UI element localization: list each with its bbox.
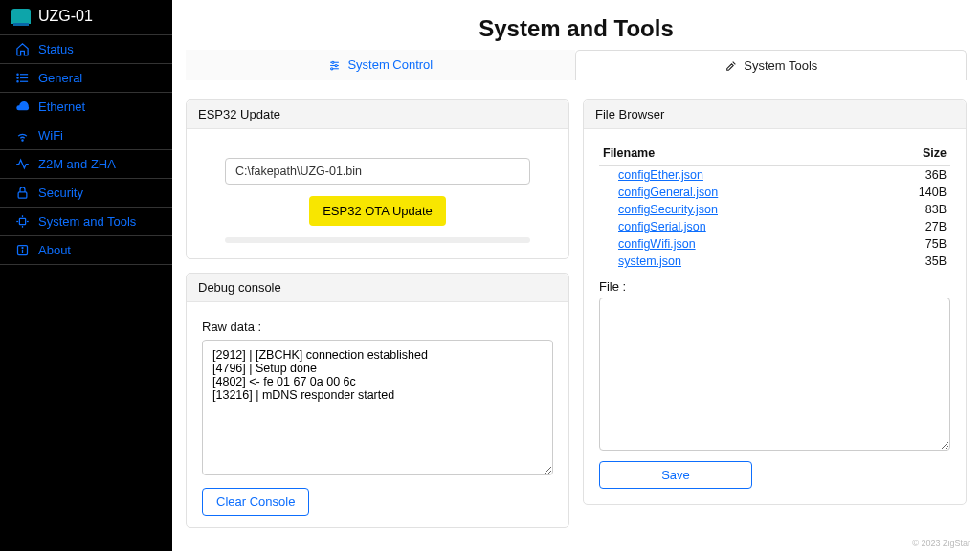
- cloud-icon: [13, 99, 31, 114]
- pulse-icon: [13, 157, 31, 171]
- svg-point-4: [16, 77, 17, 78]
- lock-icon: [13, 186, 31, 200]
- svg-point-15: [22, 248, 23, 249]
- sidebar-item-z2m-zha[interactable]: Z2M and ZHA: [0, 150, 172, 179]
- file-path-input[interactable]: [225, 158, 530, 185]
- file-table: Filename Size configEther.json36BconfigG…: [599, 141, 950, 270]
- tab-label: System Control: [347, 57, 433, 72]
- file-link[interactable]: configWifi.json: [618, 237, 696, 251]
- svg-rect-7: [18, 192, 27, 198]
- main: System and Tools System Control System T…: [172, 0, 980, 551]
- save-button[interactable]: Save: [599, 461, 752, 489]
- file-size: 83B: [879, 201, 950, 218]
- svg-point-20: [335, 64, 337, 66]
- sidebar-item-about[interactable]: About: [0, 236, 172, 265]
- file-link[interactable]: configGeneral.json: [618, 186, 718, 199]
- file-size: 27B: [879, 218, 950, 235]
- content: ESP32 Update ESP32 OTA Update Debug cons…: [172, 80, 980, 528]
- file-link[interactable]: configEther.json: [618, 168, 703, 182]
- file-link[interactable]: configSerial.json: [618, 220, 706, 233]
- file-content-textarea[interactable]: [599, 298, 950, 451]
- tab-label: System Tools: [744, 58, 817, 73]
- progress-bar: [225, 237, 530, 243]
- file-content-label: File :: [599, 279, 950, 294]
- sliders-icon: [328, 57, 341, 72]
- table-row: system.json35B: [599, 253, 950, 270]
- col-filename: Filename: [599, 141, 879, 166]
- sidebar-item-label: Ethernet: [38, 99, 85, 114]
- svg-point-19: [332, 61, 334, 63]
- sidebar-item-label: General: [38, 71, 82, 85]
- sidebar-item-wifi[interactable]: WiFi: [0, 121, 172, 150]
- footer-copyright: © 2023 ZigStar: [912, 539, 970, 548]
- col-size: Size: [879, 141, 950, 166]
- tools-icon: [724, 58, 737, 73]
- sidebar-item-label: WiFi: [38, 128, 63, 143]
- wifi-icon: [13, 128, 31, 143]
- panel-header: File Browser: [584, 100, 966, 129]
- sidebar-item-security[interactable]: Security: [0, 179, 172, 208]
- brand: UZG-01: [0, 0, 172, 33]
- sidebar-item-label: System and Tools: [38, 214, 136, 229]
- table-row: configSerial.json27B: [599, 218, 950, 235]
- nav-list: Status General Ethernet WiFi Z2M and ZHA…: [0, 34, 172, 265]
- page-title: System and Tools: [172, 0, 980, 50]
- file-size: 36B: [879, 166, 950, 185]
- sidebar-item-ethernet[interactable]: Ethernet: [0, 93, 172, 121]
- home-icon: [13, 42, 31, 56]
- file-link[interactable]: system.json: [618, 254, 681, 268]
- svg-point-6: [21, 140, 22, 141]
- brand-icon: [11, 9, 31, 24]
- tabs: System Control System Tools: [186, 50, 967, 80]
- sidebar-item-status[interactable]: Status: [0, 34, 172, 64]
- sidebar-item-label: Security: [38, 186, 83, 200]
- file-size: 75B: [879, 235, 950, 253]
- file-browser-panel: File Browser Filename Size configEther.j…: [583, 99, 967, 505]
- chip-icon: [13, 214, 31, 229]
- table-row: configSecurity.json83B: [599, 201, 950, 218]
- tab-system-tools[interactable]: System Tools: [575, 50, 967, 80]
- table-row: configEther.json36B: [599, 166, 950, 185]
- brand-title: UZG-01: [38, 8, 93, 25]
- clear-console-button[interactable]: Clear Console: [202, 488, 309, 516]
- debug-console-textarea[interactable]: [202, 340, 553, 475]
- table-row: configWifi.json75B: [599, 235, 950, 253]
- svg-point-5: [16, 81, 17, 82]
- tab-system-control[interactable]: System Control: [186, 50, 575, 80]
- ota-update-button[interactable]: ESP32 OTA Update: [309, 196, 446, 226]
- panel-header: Debug console: [187, 274, 568, 302]
- table-row: configGeneral.json140B: [599, 184, 950, 201]
- svg-rect-8: [19, 218, 25, 224]
- sidebar: UZG-01 Status General Ethernet WiFi Z2M …: [0, 0, 172, 551]
- svg-point-3: [16, 74, 17, 75]
- sidebar-item-label: Z2M and ZHA: [38, 157, 116, 171]
- panel-header: ESP32 Update: [187, 100, 568, 129]
- file-size: 35B: [879, 253, 950, 270]
- raw-data-label: Raw data :: [202, 320, 553, 334]
- sidebar-item-label: Status: [38, 42, 74, 56]
- sidebar-item-general[interactable]: General: [0, 64, 172, 93]
- sidebar-item-system-tools[interactable]: System and Tools: [0, 208, 172, 236]
- info-icon: [13, 243, 31, 257]
- file-link[interactable]: configSecurity.json: [618, 203, 718, 216]
- debug-console-panel: Debug console Raw data : Clear Console: [186, 273, 569, 528]
- list-icon: [13, 71, 31, 85]
- svg-point-21: [330, 68, 332, 70]
- sidebar-item-label: About: [38, 243, 71, 257]
- esp32-update-panel: ESP32 Update ESP32 OTA Update: [186, 99, 569, 259]
- file-size: 140B: [879, 184, 950, 201]
